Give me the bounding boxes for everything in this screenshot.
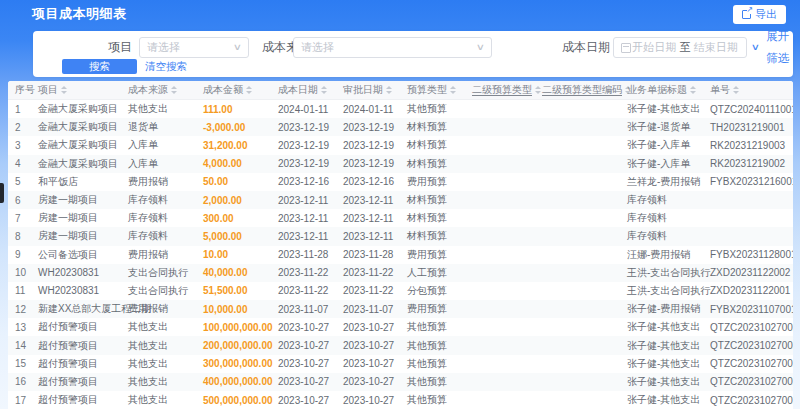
table-cell: 2023-10-27: [333, 376, 397, 387]
table-cell: 2023-12-11: [333, 195, 397, 206]
column-header[interactable]: 项目: [28, 83, 118, 97]
table-cell: 3: [8, 140, 28, 151]
table-cell: 汪娜-费用报销: [617, 248, 700, 262]
column-header[interactable]: 预算类型: [397, 83, 462, 97]
table-row: 8房建一期项目库存领料5,000.002023-12-112023-12-11材…: [8, 227, 793, 245]
table-cell: 材料预算: [397, 138, 462, 152]
table-row: 6房建一期项目库存领料2,000.002023-12-112023-12-11材…: [8, 191, 793, 209]
table-cell: 12: [8, 304, 28, 315]
clear-search-button[interactable]: 清空搜索: [145, 59, 187, 74]
table-cell: 支出合同执行: [118, 266, 193, 280]
table-cell: 2023-11-22: [333, 267, 397, 278]
table-cell: 金融大厦采购项目: [28, 157, 118, 171]
table-cell: 张子健-其他支出: [617, 102, 700, 116]
table-cell: 其他支出: [118, 375, 193, 389]
table-cell: 2023-10-27: [268, 322, 333, 333]
source-select[interactable]: 请选择 ∨: [293, 37, 492, 58]
column-header[interactable]: 二级预算类型编码: [532, 83, 617, 97]
search-button[interactable]: 搜索: [62, 59, 137, 74]
column-header[interactable]: 单号: [700, 83, 793, 97]
table-cell: 4: [8, 158, 28, 169]
table-cell: 其他支出: [118, 339, 193, 353]
column-header[interactable]: 审批日期: [333, 83, 397, 97]
column-header-label: 审批日期: [343, 83, 383, 97]
edge-panel-handle[interactable]: [0, 183, 4, 203]
table-cell: 房建一期项目: [28, 229, 118, 243]
table-cell: RK20231219002: [700, 158, 793, 169]
table-row: 10WH20230831支出合同执行40,000.002023-11-22202…: [8, 264, 793, 282]
table-cell: 王洪-支出合同执行: [617, 284, 700, 298]
table-cell: FYBX20231107001: [700, 304, 793, 315]
table-cell: 2023-10-27: [268, 376, 333, 387]
project-select[interactable]: 请选择 ∨: [139, 37, 249, 58]
table-cell: 50.00: [193, 176, 268, 187]
table-cell: 2023-11-22: [268, 267, 333, 278]
column-header-label: 二级预算类型编码: [542, 83, 622, 97]
table-cell: 费用预算: [397, 302, 462, 316]
table-cell: 其他预算: [397, 102, 462, 116]
table-cell: 2023-11-07: [333, 304, 397, 315]
table-cell: 2023-12-11: [333, 213, 397, 224]
table-cell: 材料预算: [397, 157, 462, 171]
table-cell: 31,200.00: [193, 140, 268, 151]
table-cell: 其他预算: [397, 357, 462, 371]
table-cell: 费用报销: [118, 175, 193, 189]
table-cell: 王洪-支出合同执行: [617, 266, 700, 280]
table-cell: 2023-12-16: [268, 176, 333, 187]
table-cell: FYBX20231216001: [700, 176, 793, 187]
table-cell: 其他预算: [397, 393, 462, 407]
table-row: 12新建XX总部大厦工程二期费用报销10,000.002023-11-07202…: [8, 300, 793, 318]
table-cell: 材料预算: [397, 193, 462, 207]
table-cell: 2,000.00: [193, 195, 268, 206]
export-icon: [742, 10, 751, 19]
chevron-down-icon: ∨: [751, 43, 760, 52]
export-button[interactable]: 导出: [733, 5, 786, 24]
title-bar: 项目成本明细表 导出: [0, 0, 800, 28]
table-cell: 2023-12-19: [268, 158, 333, 169]
table-cell: FYBX20231128001: [700, 249, 793, 260]
expand-filters-label: 展开筛选: [763, 25, 793, 69]
table-cell: 500,000,000.00: [193, 395, 268, 406]
table-cell: 材料预算: [397, 120, 462, 134]
table-cell: 2024-01-11: [333, 104, 397, 115]
column-header-label: 单号: [710, 83, 730, 97]
column-header[interactable]: 成本来源: [118, 83, 193, 97]
source-select-placeholder: 请选择: [301, 40, 477, 55]
table-cell: 其他预算: [397, 375, 462, 389]
column-header[interactable]: 成本金额: [193, 83, 268, 97]
page: 项目成本明细表 导出 项目 请选择 ∨ 成本来源 请选择 ∨ 成本日期 开始日期…: [0, 0, 800, 409]
table-cell: 材料预算: [397, 229, 462, 243]
table-cell: WH20230831: [28, 285, 118, 296]
table-row: 7房建一期项目库存领料300.002023-12-112023-12-11材料预…: [8, 209, 793, 227]
column-header-label: 项目: [38, 83, 58, 97]
table-row: 11WH20230831支出合同执行51,500.002023-11-22202…: [8, 282, 793, 300]
sort-icon: [733, 86, 739, 94]
project-select-placeholder: 请选择: [147, 40, 234, 55]
table-cell: 2023-10-27: [268, 358, 333, 369]
table-cell: QTZC20231027002: [700, 322, 793, 333]
table-cell: 房建一期项目: [28, 193, 118, 207]
column-header[interactable]: 二级预算类型: [462, 83, 532, 97]
column-header[interactable]: 成本日期: [268, 83, 333, 97]
table-cell: QTZC20240111001: [700, 104, 793, 115]
table-cell: 兰祥龙-费用报销: [617, 175, 700, 189]
table-cell: ZXD20231122002: [700, 267, 793, 278]
table-cell: 5,000.00: [193, 231, 268, 242]
table-cell: 2023-12-19: [333, 140, 397, 151]
table-cell: 2023-12-16: [333, 176, 397, 187]
expand-filters-link[interactable]: ∨ 展开筛选: [752, 36, 793, 58]
chevron-down-icon: ∨: [233, 43, 242, 52]
table-cell: 金融大厦采购项目: [28, 138, 118, 152]
table-cell: 40,000.00: [193, 267, 268, 278]
table-cell: 2023-10-27: [333, 322, 397, 333]
column-header[interactable]: 业务单据标题: [617, 83, 700, 97]
table-cell: 库存领料: [617, 193, 700, 207]
table-cell: 2023-10-27: [333, 340, 397, 351]
table-cell: 超付预警项目: [28, 357, 118, 371]
date-range-input[interactable]: 开始日期 至 结束日期: [613, 37, 747, 58]
column-header-label: 成本日期: [278, 83, 318, 97]
table-cell: 超付预警项目: [28, 339, 118, 353]
table-row: 17超付预警项目其他支出500,000,000.002023-10-272023…: [8, 391, 793, 409]
page-title: 项目成本明细表: [32, 0, 127, 28]
table-row: 5和平饭店费用报销50.002023-12-162023-12-16费用预算兰祥…: [8, 173, 793, 191]
